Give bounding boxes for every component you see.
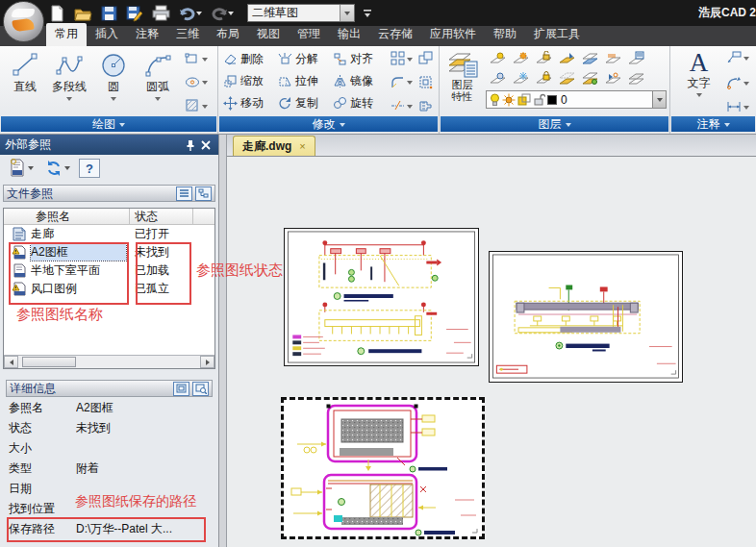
undo-button[interactable] (178, 5, 203, 22)
leader-button[interactable] (725, 50, 750, 65)
tree-view-button[interactable] (195, 186, 212, 201)
column-status[interactable]: 状态 (130, 209, 193, 224)
layer-lock-button[interactable] (534, 70, 553, 87)
tab-layout[interactable]: 布局 (208, 23, 248, 46)
layer-change-button[interactable] (603, 50, 622, 67)
tab-apps[interactable]: 应用软件 (421, 23, 485, 46)
pin-button[interactable] (183, 137, 198, 153)
xref-preview-rooms[interactable] (281, 397, 485, 539)
copy-button[interactable]: 旋转 (331, 93, 386, 114)
tab-output[interactable]: 输出 (329, 23, 369, 46)
panel-annotate-footer[interactable]: 注释 (671, 116, 755, 132)
layer-combobox[interactable]: 0 (486, 90, 667, 109)
erase-button[interactable]: 删除 (221, 49, 276, 70)
fillet-button[interactable] (390, 74, 414, 90)
layer-isolate-button[interactable] (557, 70, 576, 87)
panel-modify-footer[interactable]: 修改 (219, 116, 438, 132)
scrollbar-thumb[interactable] (22, 357, 76, 367)
tab-help[interactable]: 帮助 (485, 23, 525, 46)
mirror-button[interactable]: 镜像 (331, 71, 386, 92)
list-column-headers[interactable]: 参照名 状态 (4, 209, 214, 225)
drawing-canvas[interactable] (227, 157, 756, 547)
dimension-button[interactable] (725, 100, 750, 113)
xref-preview-plan[interactable] (489, 251, 683, 383)
tab-home[interactable]: 常用 (46, 23, 87, 46)
app-logo[interactable] (3, 1, 44, 42)
tab-insert[interactable]: 插入 (87, 23, 127, 46)
list-view-button[interactable] (176, 186, 192, 201)
rotate-button[interactable]: 复制 (276, 93, 331, 114)
layer-off-button[interactable] (488, 70, 507, 87)
circle-button[interactable]: 圆 (91, 48, 136, 101)
layer-match-button[interactable] (580, 50, 599, 67)
move-button[interactable]: 移动 (221, 93, 276, 114)
scale-button[interactable]: 缩放 (221, 71, 276, 92)
xref-row-a2-frame[interactable]: A2图框 未找到 (4, 243, 214, 261)
explode-button[interactable]: 分解 (276, 49, 331, 70)
palette-splitter[interactable] (219, 135, 227, 547)
offset-button[interactable] (417, 74, 436, 90)
stretch-button[interactable]: 拉伸 (276, 71, 331, 92)
layer-dropdown-arrow[interactable] (652, 91, 666, 108)
layer-previous-button[interactable] (626, 70, 645, 87)
xref-palette: 外部参照 ? 文件参照 (0, 135, 219, 547)
save-as-button[interactable] (125, 4, 144, 23)
close-palette-button[interactable] (198, 137, 214, 153)
redo-button[interactable] (210, 5, 235, 22)
qat-customize-button[interactable] (362, 8, 373, 19)
tab-view[interactable]: 视图 (248, 23, 289, 46)
layer-unlock-button[interactable] (534, 50, 553, 67)
save-button[interactable] (100, 4, 118, 23)
text-button[interactable]: A 文字 (677, 48, 721, 97)
workspace-dropdown-arrow[interactable] (340, 5, 354, 21)
rectangle-button[interactable] (184, 50, 209, 66)
open-button[interactable] (73, 4, 93, 23)
layer-make-current-button[interactable] (557, 50, 576, 67)
column-name[interactable]: 参照名 (4, 209, 130, 224)
tab-cloud[interactable]: 云存储 (369, 23, 421, 46)
hatch-button[interactable] (184, 97, 209, 113)
copy-nested-button[interactable] (417, 50, 436, 66)
tab-annotate[interactable]: 注释 (127, 23, 167, 46)
help-button[interactable]: ? (79, 159, 100, 178)
layer-walk-button[interactable] (603, 70, 622, 87)
scroll-right-arrow[interactable] (200, 356, 214, 368)
panel-layer-footer[interactable]: 图层 (441, 116, 668, 132)
align-button[interactable]: 对齐 (331, 49, 386, 70)
document-tab[interactable]: 走廊.dwg × (233, 136, 315, 156)
details-view-button[interactable] (173, 382, 189, 396)
layer-properties-button[interactable]: 图层 特性 (442, 48, 482, 102)
arc-button[interactable]: 圆弧 (136, 48, 180, 101)
new-button[interactable] (48, 4, 66, 23)
xref-row-basement-plan[interactable]: 半地下室平面 已加载 (4, 261, 214, 280)
tree-view-icon (198, 188, 209, 198)
panel-draw-footer[interactable]: 绘图 (1, 116, 216, 132)
layer-on-button[interactable] (488, 50, 507, 67)
tab-express[interactable]: 扩展工具 (525, 23, 589, 46)
horizontal-scrollbar[interactable] (4, 355, 214, 368)
layer-thaw-button[interactable] (511, 50, 530, 67)
array-button[interactable] (390, 50, 414, 66)
plot-button[interactable] (151, 4, 171, 23)
polyline-edit-button[interactable] (417, 97, 436, 113)
layer-unisolate-button[interactable] (580, 70, 599, 87)
tab-manage[interactable]: 管理 (289, 23, 329, 46)
layer-freeze-button[interactable] (511, 70, 530, 87)
trim-button[interactable] (390, 97, 414, 113)
layer-list-button[interactable] (626, 50, 645, 67)
line-button[interactable]: 直线 (3, 48, 47, 95)
xref-preview-elevations[interactable] (284, 228, 479, 366)
workspace-combobox[interactable]: 二维草图 (247, 4, 355, 22)
stretch-icon (278, 74, 292, 88)
polyline-button[interactable]: 多段线 (47, 48, 91, 101)
xref-row-vent-legend[interactable]: 风口图例 已孤立 (4, 280, 214, 298)
xref-row-corridor[interactable]: 走廊 已打开 (4, 225, 214, 243)
revision-arc-button[interactable] (725, 75, 750, 90)
ellipse-button[interactable] (184, 75, 209, 89)
tab-close-icon[interactable]: × (299, 140, 305, 152)
attach-dwg-button[interactable] (6, 157, 37, 180)
preview-button[interactable] (192, 382, 209, 396)
tab-3d[interactable]: 三维 (167, 23, 208, 46)
refresh-button[interactable] (42, 158, 73, 179)
scroll-left-arrow[interactable] (4, 356, 18, 368)
